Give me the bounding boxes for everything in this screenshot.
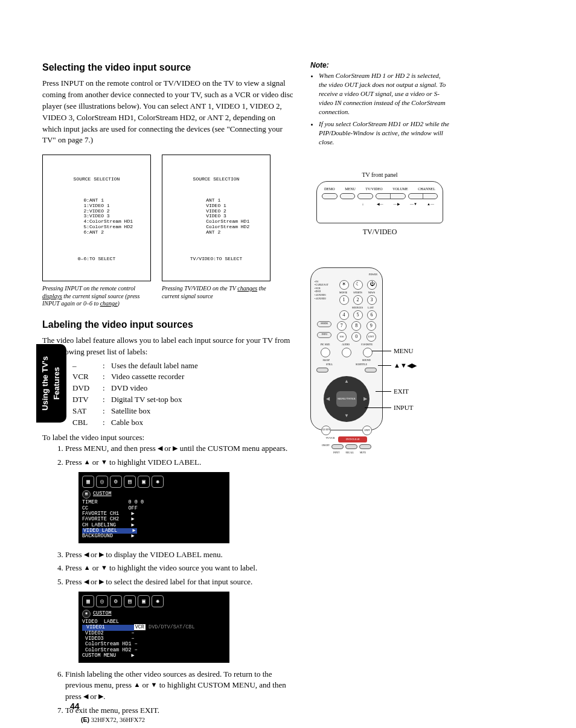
steps-list: Press MENU, and then press ◀ or ▶ until …: [57, 443, 296, 716]
panel-btn-demo: [322, 193, 338, 199]
menu-osd-video-label: ▦ ◎ ⚙ ▤ ▣ ✺ ✺ CUSTOM VIDEO LABEL VIDEO1 …: [78, 592, 229, 662]
down-arrow-icon: ▼: [101, 564, 107, 571]
osd-captions: Pressing INPUT on the remote control dis…: [42, 285, 296, 308]
remote-btn: 4: [339, 310, 349, 320]
note-item: If you select ColorStream HD1 or HD2 whi…: [319, 120, 449, 147]
up-arrow-icon: ▲: [344, 378, 349, 385]
step-2: Press ▲ or ▼ to highlight VIDEO LABEL. ▦…: [65, 457, 296, 543]
ch-rtn-button: CH RTN: [321, 426, 331, 435]
remote-control: POWER •TV •CABLE/SAT •VCR •DVD •AUX/HD1 …: [310, 267, 383, 430]
remote-btn: [342, 348, 351, 357]
left-arrow-icon: ◀: [83, 692, 88, 700]
side-column: Note: When ColorStream HD 1 or HD 2 is s…: [310, 60, 449, 719]
down-arrow-icon: ▼: [101, 458, 107, 465]
note-heading: Note:: [310, 60, 449, 70]
osd-caption-remote: Pressing INPUT on the remote control dis…: [42, 285, 151, 308]
osd-title: SOURCE SELECTION: [168, 177, 264, 182]
menu-icon: ⚙: [110, 476, 122, 488]
up-arrow-icon: ▲: [84, 564, 91, 571]
left-arrow-icon: ◀: [84, 551, 89, 558]
fav-button: [365, 368, 377, 372]
heading-labeling: Labeling the video input sources: [42, 318, 296, 331]
osd-lines: 0:ANT 1 1:VIDEO 1 2:VIDEO 2 3:VIDEO 3 4:…: [83, 198, 133, 235]
remote-btn: 9: [366, 321, 376, 331]
mode-button: MODE: [317, 321, 331, 327]
remote-btn: 7: [337, 321, 347, 331]
step-5: Press ◀ or ▶ to select the desired label…: [65, 576, 296, 662]
menu-icon: ⚙: [110, 595, 122, 607]
callout-menu: MENU: [394, 346, 413, 356]
remote-btn: 6: [367, 310, 377, 320]
up-arrow-icon: ▲: [133, 681, 140, 688]
mute-button: [359, 444, 371, 449]
osd-footer: TV/VIDEO:TO SELECT: [168, 257, 264, 262]
osd-row: SOURCE SELECTION 0:ANT 1 1:VIDEO 1 2:VID…: [42, 155, 296, 281]
remote-btn: 8: [351, 321, 361, 331]
down-arrow-icon: ▼: [344, 413, 349, 420]
callout-input: INPUT: [394, 403, 413, 412]
left-arrow-icon: ◀: [326, 395, 330, 402]
callout-arrows: ▲▼◀▶: [394, 361, 417, 370]
menu-icon: ◎: [96, 476, 108, 488]
header-icon: ▤: [82, 490, 91, 499]
remote-btn: ☀: [339, 280, 349, 290]
lead-text: To label the video input sources:: [42, 432, 296, 444]
tv-front-panel: DEMO MENU TV/VIDEO VOLUME CHANNEL ↓ ◀——▶: [316, 181, 443, 223]
callout-exit: EXIT: [394, 387, 409, 396]
right-arrow-icon: ▶: [173, 444, 178, 452]
menu-icon: ▣: [138, 595, 150, 607]
remote-btn: 3: [367, 295, 377, 305]
step-6: Finish labeling the other video sources …: [65, 669, 296, 703]
document-code: (E) 32HFX72, 36HFX72: [81, 715, 145, 724]
dvd-clear-button: DVD CLEAR: [338, 436, 367, 442]
left-arrow-icon: ◀: [84, 578, 89, 585]
up-arrow-icon: ▲: [84, 458, 91, 465]
step-4: Press ▲ or ▼ to highlight the video sour…: [65, 563, 296, 574]
fav-button: [316, 368, 328, 372]
menu-icon: ▦: [82, 595, 94, 607]
remote-figure: POWER •TV •CABLE/SAT •VCR •DVD •AUX/HD1 …: [310, 267, 449, 430]
menu-icon: ▤: [124, 595, 136, 607]
remote-btn: [321, 348, 330, 357]
osd-lines: ANT 1 VIDEO 1 VIDEO 2 VIDEO 3 ColorStrea…: [206, 198, 249, 235]
remote-btn: ENT: [366, 332, 376, 342]
menu-icon: ✺: [152, 476, 164, 488]
dpad: ▲ ▼ ◀ ▶: [324, 376, 370, 422]
remote-btn: 100: [337, 332, 347, 342]
power-icon: ⏻: [367, 280, 377, 290]
down-arrow-icon: ▼: [151, 681, 158, 688]
panel-caption: TV/VIDEO: [310, 227, 449, 237]
right-arrow-icon: ▶: [98, 692, 103, 700]
header-icon: ✺: [82, 610, 91, 618]
menu-icon: ◎: [96, 595, 108, 607]
label-preset-table: –:Uses the default label name VCR:Video …: [72, 360, 296, 429]
remote-btn: 5: [353, 310, 363, 320]
tv-front-panel-figure: TV front panel DEMO MENU TV/VIDEO VOLUME…: [310, 171, 449, 237]
main-column: Selecting the video input source Press I…: [42, 60, 296, 719]
right-arrow-icon: ▶: [363, 395, 367, 402]
input-button: [331, 444, 344, 449]
osd-caption-tv: Pressing TV/VIDEO on the TV changes the …: [162, 285, 270, 308]
remote-btn: 2: [353, 295, 363, 305]
note-item: When ColorStream HD 1 or HD 2 is selecte…: [319, 71, 449, 116]
osd-footer: 0–6:TO SELECT: [49, 257, 144, 262]
menu-icon: ▣: [138, 476, 150, 488]
chapter-tab: Using the TV's Features: [36, 344, 66, 423]
panel-title: TV front panel: [310, 171, 449, 179]
recall-button: [345, 444, 357, 449]
heading-selecting: Selecting the video input source: [42, 60, 296, 74]
menu-osd-custom: ▦ ◎ ⚙ ▤ ▣ ✺ ▤ CUSTOM TIMER 0 0 0 CC OFF …: [78, 472, 229, 543]
page-content: Selecting the video input source Press I…: [42, 60, 534, 719]
remote-btn: 0: [351, 332, 361, 342]
osd-tv: SOURCE SELECTION ANT 1 VIDEO 1 VIDEO 2 V…: [162, 155, 270, 281]
info-button: INFO: [317, 332, 331, 338]
remote-btn: 1: [339, 295, 349, 305]
panel-btn-volume: [376, 193, 405, 199]
menu-icon: ▤: [124, 476, 136, 488]
remote-btn: [363, 348, 373, 357]
panel-btn-channel: [408, 193, 438, 199]
remote-btn: ☾: [353, 280, 363, 290]
page-number: 44: [70, 700, 80, 712]
right-arrow-icon: ▶: [99, 551, 104, 558]
menu-icon: ▦: [82, 476, 94, 488]
